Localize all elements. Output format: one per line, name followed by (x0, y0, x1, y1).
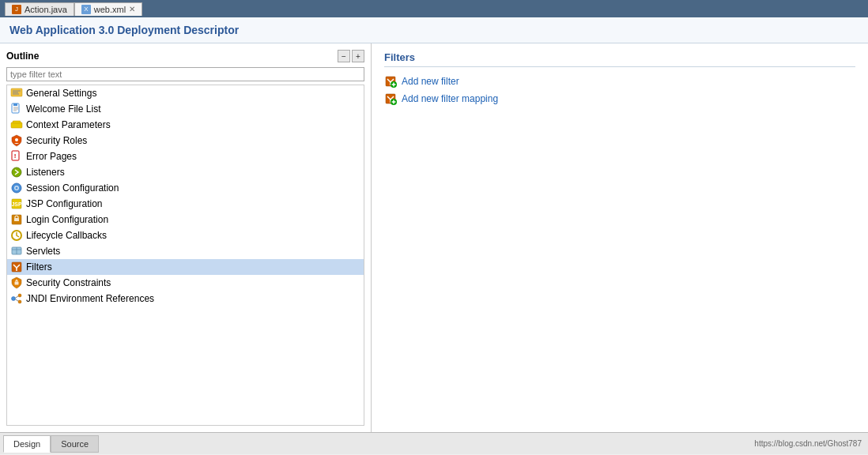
tree-item-label: Listeners (26, 167, 65, 178)
page-title: Web Application 3.0 Deployment Descripto… (9, 24, 859, 36)
session-icon (10, 182, 23, 194)
tree-item-label: Security Constraints (26, 277, 111, 288)
outline-header: Outline − + (6, 50, 364, 62)
tree-item-label: Lifecycle Callbacks (26, 230, 107, 241)
add-filter-icon (384, 75, 397, 88)
filter-icon (10, 261, 23, 273)
servlet-icon (10, 245, 23, 258)
filter-input[interactable] (6, 67, 364, 81)
lifecycle-icon (10, 229, 23, 242)
tree-item-jsp-configuration[interactable]: JSP JSP Configuration (7, 196, 364, 212)
tree-item-label: JSP Configuration (26, 198, 103, 209)
tab-source[interactable]: Source (51, 435, 99, 453)
svg-text:!: ! (14, 152, 17, 160)
collapse-button[interactable]: − (338, 50, 350, 62)
tree-item-jndi-env[interactable]: JNDI Environment References (7, 291, 364, 306)
outline-controls: − + (338, 50, 364, 62)
svg-point-11 (15, 138, 18, 141)
svg-line-32 (16, 296, 19, 298)
tree-item-label: Session Configuration (26, 182, 119, 194)
svg-point-14 (12, 167, 21, 177)
settings-icon (10, 87, 23, 100)
tab-action-java-label: Action.java (25, 5, 67, 14)
filters-panel: Filters Add new filter Add new filt (372, 43, 868, 432)
jndi-icon (10, 292, 23, 305)
tree-container: General Settings Welcome File List Conte… (6, 85, 364, 426)
title-bar: J Action.java X web.xml ✕ (0, 0, 868, 17)
java-icon: J (12, 5, 21, 14)
outline-panel: Outline − + General Settings Welcome Fil… (0, 43, 372, 432)
bottom-tabs: Design Source https://blog.csdn.net/Ghos… (0, 432, 868, 454)
svg-rect-21 (14, 218, 19, 221)
add-new-filter-label: Add new filter (402, 76, 459, 87)
tree-item-filters[interactable]: Filters (7, 259, 364, 275)
tab-action-java[interactable]: J Action.java (5, 2, 74, 16)
tree-item-label: Filters (26, 261, 52, 273)
tree-item-lifecycle-callbacks[interactable]: Lifecycle Callbacks (7, 228, 364, 243)
listener-icon (10, 166, 23, 179)
add-new-filter-mapping-label: Add new filter mapping (402, 93, 498, 104)
svg-point-29 (12, 297, 16, 301)
tree-item-servlets[interactable]: Servlets (7, 243, 364, 259)
status-url: https://blog.csdn.net/Ghost787 (754, 439, 865, 448)
jsp-icon: JSP (10, 197, 23, 210)
tree-item-general-settings[interactable]: General Settings (7, 85, 364, 101)
tree-item-session-configuration[interactable]: Session Configuration (7, 180, 364, 196)
tree-item-label: Login Configuration (26, 214, 108, 225)
context-icon (10, 118, 23, 131)
tab-design[interactable]: Design (3, 435, 51, 453)
svg-point-17 (16, 187, 18, 190)
bottom-tab-group: Design Source (3, 435, 99, 453)
svg-rect-5 (13, 103, 17, 106)
svg-point-31 (18, 300, 21, 303)
svg-rect-10 (13, 121, 21, 123)
add-new-filter-link[interactable]: Add new filter (384, 75, 855, 88)
svg-point-30 (18, 294, 21, 297)
tree-item-label: JNDI Environment References (26, 293, 154, 304)
tab-web-xml[interactable]: X web.xml ✕ (74, 2, 142, 16)
main-area: Outline − + General Settings Welcome Fil… (0, 43, 868, 432)
tree-item-listeners[interactable]: Listeners (7, 164, 364, 180)
svg-line-33 (16, 299, 19, 301)
outline-title: Outline (6, 51, 39, 62)
tab-web-xml-label: web.xml (94, 5, 126, 14)
error-icon: ! (10, 150, 23, 163)
constraint-icon (10, 276, 23, 289)
add-new-filter-mapping-link[interactable]: Add new filter mapping (384, 92, 855, 105)
svg-rect-28 (15, 282, 19, 285)
svg-text:JSP: JSP (11, 201, 22, 207)
tree-item-error-pages[interactable]: ! Error Pages (7, 149, 364, 164)
login-icon (10, 213, 23, 226)
tree-item-label: General Settings (26, 88, 96, 99)
tree-item-login-configuration[interactable]: Login Configuration (7, 212, 364, 228)
page-header: Web Application 3.0 Deployment Descripto… (0, 17, 868, 43)
tree-item-welcome-file-list[interactable]: Welcome File List (7, 101, 364, 117)
tree-item-label: Security Roles (26, 135, 87, 146)
tree-item-context-parameters[interactable]: Context Parameters (7, 117, 364, 133)
xml-icon: X (81, 5, 91, 14)
tree-item-label: Error Pages (26, 151, 77, 162)
close-icon[interactable]: ✕ (129, 5, 135, 13)
filelist-icon (10, 103, 23, 115)
tree-item-label: Context Parameters (26, 119, 111, 130)
filters-section-title: Filters (384, 51, 855, 67)
expand-button[interactable]: + (352, 50, 364, 62)
tree-item-security-roles[interactable]: Security Roles (7, 133, 364, 149)
tree-item-label: Servlets (26, 246, 60, 257)
add-filter-mapping-icon (384, 92, 397, 105)
tree-item-label: Welcome File List (26, 103, 100, 115)
tree-item-security-constraints[interactable]: Security Constraints (7, 275, 364, 291)
security-icon (10, 134, 23, 147)
